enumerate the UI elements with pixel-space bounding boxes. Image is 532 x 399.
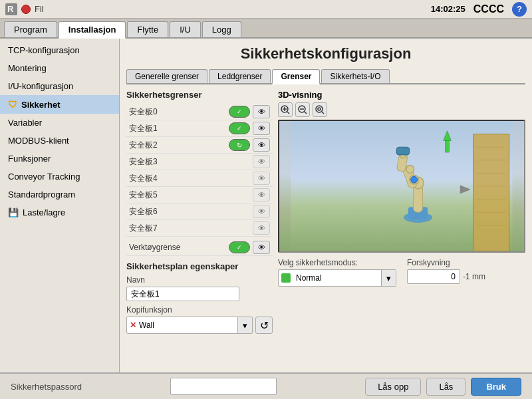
sidebar-item-tcp[interactable]: TCP-konfigurasjon <box>0 41 119 59</box>
plane-label-2: 安全板2 <box>129 140 176 151</box>
plane-eye-2[interactable]: 👁 <box>253 138 270 152</box>
password-input[interactable] <box>170 378 277 395</box>
mode-color-dot <box>281 273 291 283</box>
robot-arm-svg <box>279 121 524 251</box>
mode-label: Velg sikkerhetsmodus: <box>278 258 396 267</box>
verktoy-controls: ✓ 👁 <box>229 241 270 254</box>
subtab-generelle[interactable]: Generelle grenser <box>126 69 207 83</box>
sidebar-label: Sikkerhet <box>21 100 61 110</box>
tab-flytte[interactable]: Flytte <box>127 21 168 37</box>
unlock-button[interactable]: Lås opp <box>365 378 421 396</box>
sidebar-item-standardprogram[interactable]: Standardprogram <box>0 186 119 203</box>
help-button[interactable]: ? <box>512 2 527 17</box>
zoom-in-button[interactable] <box>278 102 293 117</box>
plane-toggle-0[interactable]: ✓ <box>229 106 250 118</box>
sidebar-item-montering[interactable]: Montering <box>0 59 119 77</box>
sidebar-label: Standardprogram <box>8 190 75 200</box>
tab-installasjon[interactable]: Installasjon <box>59 21 126 39</box>
sidebar-item-laste[interactable]: 💾 Laste/lagre <box>0 203 119 221</box>
plane-toggle-2[interactable]: ↻ <box>229 139 250 151</box>
copy-label: Kopifunksjon <box>126 305 273 315</box>
plane-controls-7: 👁 <box>253 221 270 235</box>
mode-select-text: Normal <box>293 273 381 283</box>
plane-row-5: 安全板5 👁 <box>126 187 273 203</box>
plane-controls-6: 👁 <box>253 205 270 218</box>
copy-select-arrow[interactable]: ▾ <box>237 317 252 333</box>
menu-file[interactable]: Fil <box>35 4 44 14</box>
tab-program[interactable]: Program <box>4 21 57 37</box>
floppy-icon: 💾 <box>8 207 19 217</box>
refresh-button[interactable]: ↺ <box>255 317 273 334</box>
copy-select[interactable]: ✕ Wall ▾ <box>126 317 253 334</box>
clock: 14:02:25 <box>431 4 466 14</box>
subtab-grenser[interactable]: Grenser <box>272 69 320 84</box>
sidebar-label: Conveyor Tracking <box>8 172 80 182</box>
svg-point-8 <box>316 106 323 112</box>
tab-iu[interactable]: I/U <box>170 21 201 37</box>
left-panel: Sikkerhetsgrenser 安全板0 ✓ 👁 安全板1 ✓ 👁 <box>126 90 273 338</box>
sidebar-item-variabler[interactable]: Variabler <box>0 114 119 132</box>
verktoy-toggle[interactable]: ✓ <box>229 241 250 253</box>
plane-eye-1[interactable]: 👁 <box>253 122 270 135</box>
zoom-fit-button[interactable] <box>313 102 327 117</box>
plane-label-1: 安全板1 <box>129 123 176 134</box>
3d-view-title: 3D-visning <box>278 90 525 100</box>
title-bar-right: 14:02:25 CCCC ? <box>431 2 527 17</box>
sidebar-item-modbus[interactable]: MODBUS-klient <box>0 132 119 150</box>
plane-eye-3[interactable]: 👁 <box>253 155 270 168</box>
plane-row-1: 安全板1 ✓ 👁 <box>126 120 273 137</box>
svg-rect-41 <box>396 147 410 155</box>
svg-point-9 <box>318 108 321 110</box>
plane-eye-5[interactable]: 👁 <box>253 188 270 201</box>
apply-button[interactable]: Bruk <box>471 378 521 396</box>
plane-row-0: 安全板0 ✓ 👁 <box>126 104 273 120</box>
plane-label-5: 安全板5 <box>129 190 176 201</box>
plane-eye-4[interactable]: 👁 <box>253 172 270 185</box>
plane-row-6: 安全板6 👁 <box>126 203 273 220</box>
verktoy-eye[interactable]: 👁 <box>253 241 270 254</box>
content-area: Sikkerhetskonfigurasjon Generelle grense… <box>120 39 532 372</box>
sidebar-label: TCP-konfigurasjon <box>8 45 80 55</box>
plane-toggle-1[interactable]: ✓ <box>229 122 250 134</box>
sub-tabs: Generelle grenser Leddgrenser Grenser Si… <box>126 69 525 84</box>
plane-row-7: 安全板7 👁 <box>126 220 273 237</box>
status-buttons: Lås opp Lås Bruk <box>365 378 521 396</box>
plane-eye-7[interactable]: 👁 <box>253 221 270 235</box>
sidebar-item-conveyor[interactable]: Conveyor Tracking <box>0 168 119 186</box>
plane-controls-1: ✓ 👁 <box>229 122 270 135</box>
sidebar-label: Montering <box>8 63 47 73</box>
view-controls <box>278 102 525 117</box>
plane-row-4: 安全板4 👁 <box>126 170 273 187</box>
props-section-title: Sikkerhetsplan egenskaper <box>126 261 273 271</box>
tab-logg[interactable]: Logg <box>202 21 241 37</box>
main-layout: TCP-konfigurasjon Montering I/U-konfigur… <box>0 39 532 372</box>
plane-label-6: 安全板6 <box>129 206 176 217</box>
3d-viewport <box>278 120 525 253</box>
subtab-ledd[interactable]: Leddgrenser <box>209 69 271 83</box>
name-input[interactable] <box>126 287 239 301</box>
right-panel: 3D-visning <box>278 90 525 338</box>
sidebar-item-sikkerhet[interactable]: 🛡 Sikkerhet <box>0 95 119 114</box>
offset-col: Forskyvning -1 mm <box>407 258 525 287</box>
mode-select[interactable]: Normal ▾ <box>278 269 396 287</box>
close-button[interactable] <box>21 5 31 14</box>
lock-button[interactable]: Lås <box>426 378 466 396</box>
title-bar: R Fil 14:02:25 CCCC ? <box>0 0 532 19</box>
plane-eye-0[interactable]: 👁 <box>253 105 270 118</box>
svg-line-10 <box>322 112 324 114</box>
offset-input[interactable] <box>407 269 460 284</box>
sidebar-label: Funksjoner <box>8 154 51 164</box>
sidebar-label: Laste/lagre <box>23 207 65 217</box>
mode-select-arrow[interactable]: ▾ <box>381 270 396 286</box>
plane-eye-6[interactable]: 👁 <box>253 205 270 218</box>
svg-line-4 <box>287 112 289 114</box>
plane-label-4: 安全板4 <box>129 173 176 184</box>
zoom-out-button[interactable] <box>295 102 310 117</box>
plane-controls-3: 👁 <box>253 155 270 168</box>
sidebar-item-funksjoner[interactable]: Funksjoner <box>0 150 119 168</box>
plane-row-3: 安全板3 👁 <box>126 154 273 170</box>
copy-select-text: Wall <box>139 321 237 330</box>
sidebar-item-iu[interactable]: I/U-konfigurasjon <box>0 77 119 95</box>
shield-icon: 🛡 <box>8 99 17 110</box>
subtab-sikkerhets-io[interactable]: Sikkerhets-I/O <box>321 69 389 83</box>
